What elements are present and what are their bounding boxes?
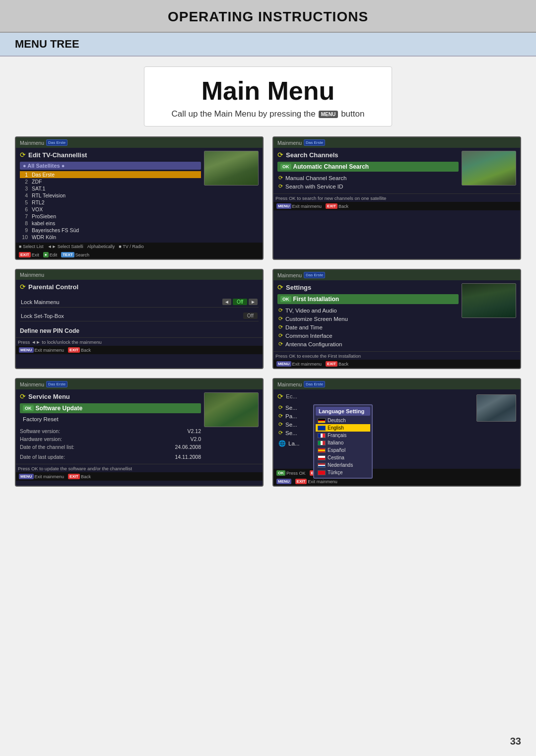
lang-item-it[interactable]: Italiano — [316, 439, 370, 446]
panel2-highlight-text: Automatic Channel Search — [293, 163, 369, 170]
das-erste-badge-6: Das Erste — [304, 381, 325, 387]
lang-item-en[interactable]: English — [316, 424, 370, 432]
channel-row-10: 10 WDR Köln — [20, 234, 201, 241]
main-content: Main Menu Call up the Main Menu by press… — [0, 66, 536, 506]
panel5-thumb — [204, 392, 259, 427]
panel2-press-info: Press OK to search for new channels on o… — [273, 193, 520, 202]
lang-item-es[interactable]: Español — [316, 446, 370, 454]
lang-item-fr[interactable]: Français — [316, 432, 370, 439]
panel5-header-row: ⟳ Service Menu — [20, 392, 201, 400]
panel1-tv-radio: ■ TV / Radio — [119, 244, 143, 249]
panel3-topbar: Mainmenu — [16, 270, 263, 280]
panel-parental-control: Mainmenu ⟳ Parental Control Lock Mainmen… — [15, 269, 264, 369]
panel6-item-s2: ⟳ Se... — [277, 420, 473, 429]
panel-service-menu: Mainmenu Das Erste ⟳ Service Menu OK Sof… — [15, 378, 264, 487]
flag-de — [318, 418, 326, 423]
panel4-arrow-icon: ⟳ — [277, 283, 283, 291]
panel4-item-2: ⟳ Customize Screen Menu — [277, 315, 459, 323]
info-row-ch-date: Date of the channel list: 24.06.2008 — [20, 443, 201, 451]
panel6-topbar: Mainmenu Das Erste — [273, 379, 520, 389]
panel1-header-row: ⟳ Edit TV-Channellist — [20, 151, 201, 159]
lang-item-tr[interactable]: Türkçe — [316, 469, 370, 476]
main-menu-title: Main Menu — [154, 77, 382, 105]
panel1-exit-btn: EXIT Exit — [19, 252, 39, 257]
panel1-arrow-icon: ⟳ — [20, 151, 26, 159]
panel2-highlighted-row: OK Automatic Channel Search — [277, 162, 459, 172]
lock-mainmenu-label: Lock Mainmenu — [21, 299, 60, 305]
channel-row-2: 2 ZDF — [20, 178, 201, 185]
panel2-thumb — [462, 151, 516, 186]
panel5-bottom-bar: MENU Exit mainmenu EXIT Back — [16, 472, 263, 481]
panel4-body: ⟳ Settings OK First Installation ⟳ TV, V… — [273, 280, 520, 350]
panel6-header-row: ⟳ Ec... — [277, 392, 473, 400]
panel4-item-3: ⟳ Date and Time — [277, 323, 459, 331]
panel-search-channels: Mainmenu Das Erste ⟳ Search Channels OK … — [272, 136, 521, 260]
panel-settings: Mainmenu Das Erste ⟳ Settings OK First I… — [272, 269, 521, 369]
panel4-item-1: ⟳ TV, Video and Audio — [277, 306, 459, 315]
das-erste-badge-4: Das Erste — [304, 272, 325, 278]
channel-row-8: 8 kabel eins — [20, 220, 201, 227]
channel-row-4: 4 RTL Television — [20, 192, 201, 199]
panel6-body: ⟳ Ec... ⟳ Se... ⟳ Pa... ⟳ Se... — [273, 389, 520, 469]
panel2-menu-btn: MENU Exit mainmenu — [276, 203, 322, 209]
flag-fr — [318, 433, 326, 438]
flag-it — [318, 441, 326, 445]
panel6-lang-icon-row: 🌐 La... — [277, 439, 473, 448]
panel4-ok-badge: OK — [280, 296, 291, 302]
panel4-topbar: Mainmenu Das Erste — [273, 270, 520, 280]
panel-language: Mainmenu Das Erste ⟳ Ec... ⟳ Se... ⟳ Pa.… — [272, 378, 521, 487]
panel5-menu-btn: MENU Exit mainmenu — [19, 474, 64, 479]
panel6-mainmenu-label: Mainmenu — [277, 381, 302, 387]
panel5-mainmenu-label: Mainmenu — [20, 381, 44, 387]
flag-es — [318, 448, 326, 453]
panel2-body: ⟳ Search Channels OK Automatic Channel S… — [273, 148, 520, 192]
panel5-topbar: Mainmenu Das Erste — [16, 379, 263, 389]
panel1-edit-btn: ● Edit — [43, 252, 57, 257]
panel5-body: ⟳ Service Menu OK Software Update Factor… — [16, 389, 263, 463]
panel6-ok-btn: OK Press OK — [276, 470, 306, 476]
panel2-topbar: Mainmenu Das Erste — [273, 137, 520, 148]
panel6-bottom-bar: OK Press OK EXIT Cancel OK Accept — [273, 469, 520, 477]
panel3-section-title: Parental Control — [28, 283, 78, 291]
main-menu-box: Main Menu Call up the Main Menu by press… — [144, 66, 392, 126]
panel2-item-1: ⟳ Manual Channel Search — [277, 174, 459, 182]
panel2-arrow-icon: ⟳ — [277, 151, 283, 159]
channel-row-3: 3 SAT.1 — [20, 185, 201, 192]
panel3-menu-btn: MENU Exit mainmenu — [19, 347, 64, 353]
panel5-press-info: Press OK to update the software and/or t… — [16, 464, 263, 472]
page-title: OPERATING INSTRUCTIONS — [0, 9, 536, 25]
panel6-menu-btn: MENU — [276, 479, 291, 484]
lock-btn-left[interactable]: ◄ — [222, 299, 231, 305]
panel1-search-btn: TEXT Search — [61, 252, 89, 257]
panel4-left: ⟳ Settings OK First Installation ⟳ TV, V… — [277, 283, 459, 348]
lock-mainmenu-controls: ◄ Off ► — [222, 299, 258, 305]
flag-gb — [318, 426, 326, 431]
panel6-arrow-icon: ⟳ — [277, 392, 283, 400]
panel2-left: ⟳ Search Channels OK Automatic Channel S… — [277, 151, 459, 190]
panel5-section-title: Service Menu — [28, 393, 70, 400]
flag-tr — [318, 470, 326, 475]
panel1-select-list: ■ Select List — [19, 244, 43, 249]
lock-settopbox-label: Lock Set-Top-Box — [21, 313, 64, 319]
panel4-press-info: Press OK to execute the First Installati… — [273, 351, 520, 360]
lock-btn-right[interactable]: ► — [249, 299, 258, 305]
language-popup: Language Setting Deutsch English Françai… — [313, 404, 373, 479]
lang-popup-title: Language Setting — [316, 407, 370, 416]
lang-item-nl[interactable]: Nederlands — [316, 461, 370, 469]
panel2-header-row: ⟳ Search Channels — [277, 151, 459, 159]
lang-item-de[interactable]: Deutsch — [316, 417, 370, 424]
panel1-topbar: Mainmenu Das Erste — [16, 137, 263, 148]
info-row-hw: Hardware version: V2.0 — [20, 435, 201, 443]
panel1-body: ⟳ Edit TV-Channellist ● All Satellites ●… — [16, 148, 263, 243]
lock-settopbox-row: Lock Set-Top-Box Off — [20, 311, 259, 321]
panel1-left: ⟳ Edit TV-Channellist ● All Satellites ●… — [20, 151, 201, 241]
panel3-back-btn: EXIT Back — [68, 347, 91, 353]
flag-nl — [318, 463, 326, 468]
das-erste-badge-2: Das Erste — [304, 139, 325, 146]
panel5-back-btn: EXIT Back — [68, 474, 91, 479]
panels-grid: Mainmenu Das Erste ⟳ Edit TV-Channellist… — [15, 136, 521, 487]
info-row-last: Date of last update: 14.11.2008 — [20, 453, 201, 461]
lang-item-cz[interactable]: Cestina — [316, 454, 370, 461]
panel1-bottom-bar2: EXIT Exit ● Edit TEXT Search — [16, 251, 263, 259]
channel-row-5: 5 RTL2 — [20, 199, 201, 206]
